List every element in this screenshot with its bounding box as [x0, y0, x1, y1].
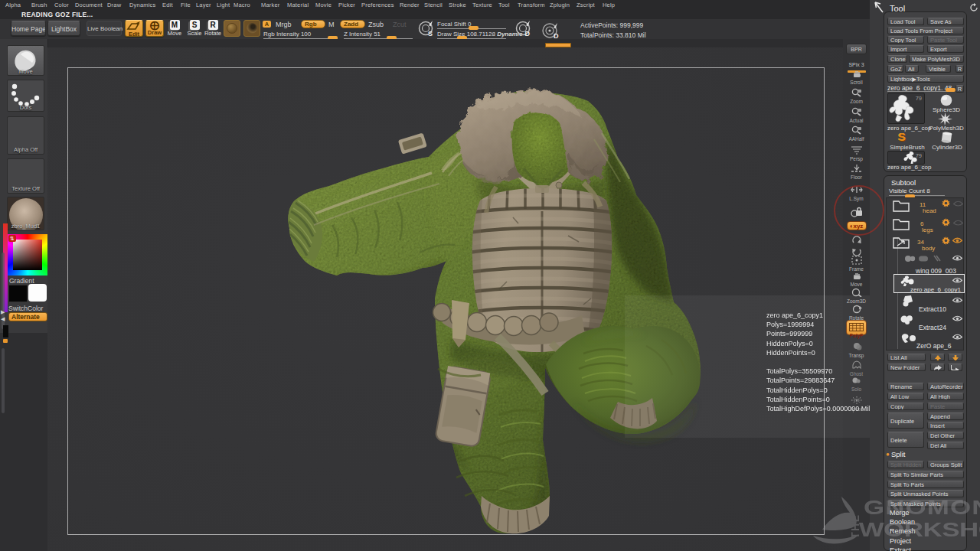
svg-text:S: S: [428, 30, 433, 37]
svg-text:D: D: [525, 30, 531, 37]
